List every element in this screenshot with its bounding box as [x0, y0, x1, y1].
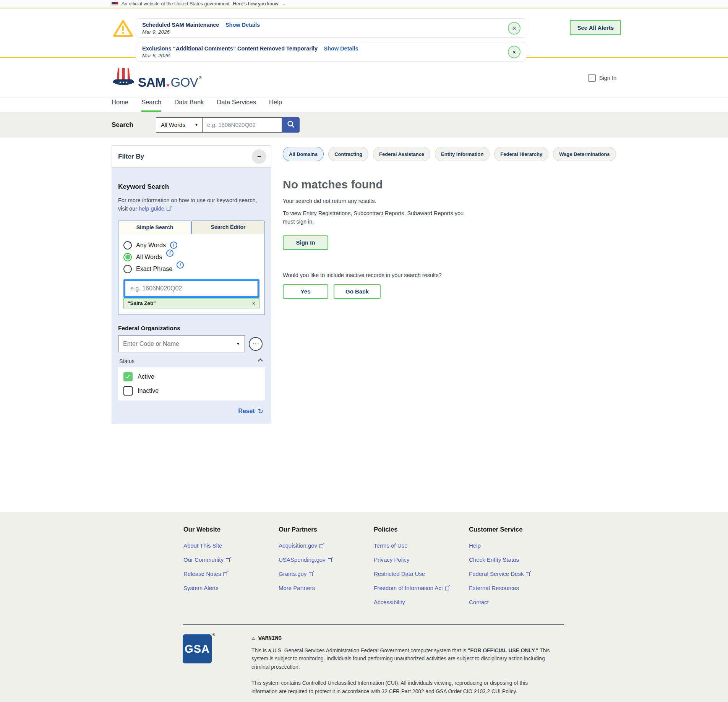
link-label: Check Entity Status [469, 556, 519, 563]
inactive-label: Inactive [138, 387, 159, 394]
alert-title: Exclusions “Additional Comments” Content… [142, 45, 318, 52]
external-link-icon [223, 572, 228, 576]
pill-contracting[interactable]: Contracting [328, 147, 368, 161]
keyword-help-text: For more information on how to use our k… [118, 196, 265, 213]
keyword-tabs: Simple Search Search Editor [118, 220, 265, 234]
footer-link-about-this-site[interactable]: About This Site [183, 542, 279, 549]
pill-entity-information[interactable]: Entity Information [435, 147, 490, 161]
alert-card-exclusions: Exclusions “Additional Comments” Content… [136, 42, 526, 62]
yes-button[interactable]: Yes [283, 284, 328, 299]
pill-federal-assistance[interactable]: Federal Assistance [373, 147, 430, 161]
federal-orgs-combobox[interactable]: Enter Code or Name ▼ [118, 336, 245, 352]
global-search-bar: Search All Words ▼ [0, 112, 728, 138]
show-details-link[interactable]: Show Details [324, 45, 358, 52]
info-icon[interactable]: i [177, 261, 184, 269]
footer-link-foia[interactable]: Freedom of Information Act [374, 585, 469, 591]
header-sign-in[interactable]: ← Sign In [588, 74, 616, 82]
footer-col-heading: Our Website [183, 526, 279, 533]
nav-item-search[interactable]: Search [141, 98, 161, 112]
search-mode-dropdown[interactable]: All Words ▼ [156, 117, 203, 133]
nav-item-home[interactable]: Home [112, 98, 128, 112]
alert-title: Scheduled SAM Maintenance [142, 22, 219, 28]
warning-triangle-icon [113, 19, 133, 39]
all-words-radio[interactable] [123, 253, 132, 261]
remove-chip-icon[interactable]: × [252, 300, 255, 306]
warning-text-bold: "FOR OFFICIAL USE ONLY." [468, 648, 538, 653]
browse-orgs-button[interactable]: ⋯ [249, 337, 263, 351]
link-label: USASpending.gov [279, 556, 326, 563]
collapse-filters-button[interactable]: − [252, 149, 266, 164]
gsa-logo: GSA [183, 634, 212, 663]
footer-link-terms-of-use[interactable]: Terms of Use [374, 542, 469, 549]
footer-link-grants-gov[interactable]: Grants.gov [279, 571, 374, 577]
footer-link-contact[interactable]: Contact [469, 599, 564, 605]
footer-col-heading: Customer Service [469, 526, 564, 533]
footer-link-external-resources[interactable]: External Resources [469, 585, 564, 591]
footer-link-more-partners[interactable]: More Partners [279, 585, 374, 591]
warning-title-text: WARNING [258, 635, 282, 641]
pill-federal-hierarchy[interactable]: Federal Hierarchy [494, 147, 548, 161]
sign-in-button[interactable]: Sign In [283, 235, 328, 250]
warning-title: ⚠ WARNING [251, 634, 554, 642]
warning-block: ⚠ WARNING This is a U.S. General Service… [251, 634, 554, 696]
any-words-label: Any Words [136, 242, 166, 249]
federal-orgs-heading: Federal Organizations [118, 325, 265, 332]
close-alert-button[interactable]: × [508, 45, 520, 58]
sam-gov-logo[interactable]: ★ ★ ★ SAM ★ GOV ® [112, 67, 202, 89]
star-icon: ★ [166, 83, 170, 88]
footer-link-system-alerts[interactable]: System Alerts [183, 585, 279, 591]
search-submit-button[interactable] [282, 117, 300, 133]
footer-link-accessibility[interactable]: Accessibility [374, 599, 469, 605]
reset-filters-link[interactable]: Reset ↻ [120, 407, 263, 415]
footer-link-check-entity-status[interactable]: Check Entity Status [469, 556, 564, 563]
link-label: Help [469, 542, 481, 549]
link-label: Grants.gov [279, 571, 306, 577]
keyword-input[interactable]: e.g. 1606N020Q02 [125, 281, 258, 296]
pill-wage-determinations[interactable]: Wage Determinations [553, 147, 616, 161]
nav-item-data-bank[interactable]: Data Bank [174, 98, 204, 112]
footer-link-help[interactable]: Help [469, 542, 564, 549]
gsa-warning-section: GSA ⚠ WARNING This is a U.S. General Ser… [183, 624, 564, 702]
results-area: All Domains Contracting Federal Assistan… [283, 145, 728, 299]
gov-banner: An official website of the United States… [0, 0, 728, 8]
show-details-link[interactable]: Show Details [225, 22, 260, 28]
how-you-know-link[interactable]: Here’s how you know [233, 1, 279, 6]
footer-link-release-notes[interactable]: Release Notes [183, 571, 279, 577]
exact-phrase-radio[interactable] [123, 265, 132, 273]
any-words-radio[interactable] [123, 241, 132, 250]
footer-link-our-community[interactable]: Our Community [183, 556, 279, 563]
tab-search-editor[interactable]: Search Editor [191, 220, 265, 234]
status-option-active: ✓ Active [123, 372, 259, 381]
inactive-records-choices: Yes Go Back [283, 284, 728, 299]
tab-simple-search[interactable]: Simple Search [118, 220, 191, 234]
go-back-button[interactable]: Go Back [334, 284, 381, 299]
chip-label: "Saira Zeb" [128, 300, 156, 306]
status-option-inactive: Inactive [123, 386, 259, 396]
filter-body: Keyword Search For more information on h… [112, 168, 271, 424]
footer-link-restricted-data-use[interactable]: Restricted Data Use [374, 571, 469, 577]
radio-row-any-words: Any Words i [123, 241, 259, 250]
footer-link-usaspending-gov[interactable]: USASpending.gov [279, 556, 374, 563]
help-guide-link[interactable]: help guide [139, 206, 171, 212]
info-icon[interactable]: i [166, 250, 173, 257]
link-label: More Partners [279, 585, 315, 591]
footer-link-acquisition-gov[interactable]: Acquisition.gov [279, 542, 374, 549]
reset-label: Reset [238, 408, 255, 415]
pill-all-domains[interactable]: All Domains [283, 147, 324, 161]
nav-item-data-services[interactable]: Data Services [217, 98, 256, 112]
inactive-checkbox[interactable] [123, 386, 133, 396]
logo-sam: SAM [138, 76, 165, 89]
info-icon[interactable]: i [170, 242, 177, 249]
nav-item-help[interactable]: Help [269, 98, 282, 112]
status-header: Status [119, 358, 264, 364]
site-header: ★ ★ ★ SAM ★ GOV ® ← Sign In [0, 58, 728, 97]
active-checkbox[interactable]: ✓ [123, 372, 133, 381]
global-search-input[interactable] [203, 117, 282, 133]
close-alert-button[interactable]: × [508, 22, 520, 34]
footer-link-privacy-policy[interactable]: Privacy Policy [374, 556, 469, 563]
chevron-up-icon[interactable] [258, 359, 263, 364]
footer-link-federal-service-desk[interactable]: Federal Service Desk [469, 571, 564, 577]
caret-down-icon: ▼ [236, 342, 240, 346]
alert-date: Mar 6, 2026 [142, 53, 499, 58]
see-all-alerts-button[interactable]: See All Alerts [570, 20, 621, 35]
